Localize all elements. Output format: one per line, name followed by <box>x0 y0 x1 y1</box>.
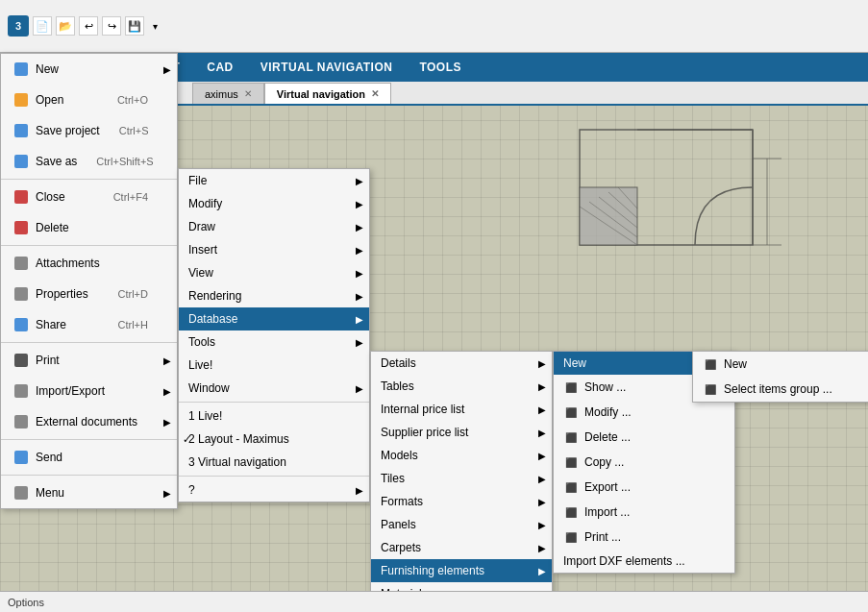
menu-item-3virtualnavigation[interactable]: 3 Virtual navigation <box>179 451 369 474</box>
menu-item-supplierpricelist[interactable]: Supplier price list ▶ <box>371 421 552 444</box>
menu-item-saveas[interactable]: Save as Ctrl+Shift+S <box>1 146 177 177</box>
tab-close-aximus[interactable]: ✕ <box>244 88 252 99</box>
attachments-icon <box>11 253 32 274</box>
tab-label-virtualnavigation: Virtual navigation <box>277 88 365 100</box>
menu-item-modify[interactable]: Modify ▶ <box>179 192 369 215</box>
separator-l2-2 <box>179 476 369 477</box>
menu-item-properties[interactable]: Properties Ctrl+D <box>1 279 177 309</box>
saveas-icon <box>11 151 32 172</box>
close-icon <box>11 186 32 208</box>
copy-icon: ⬛ <box>563 454 579 470</box>
options-button[interactable]: Options <box>8 597 44 608</box>
menu-item-close[interactable]: Close Ctrl+F4 <box>1 182 177 212</box>
new-doc-icon[interactable]: 📄 <box>33 16 52 36</box>
selectgroup-icon: ⬛ <box>703 381 718 397</box>
separator-2 <box>1 245 177 246</box>
menu-item-furnishing-importdxf[interactable]: Import DXF elements ... <box>554 550 734 573</box>
menu-item-furnishing-delete[interactable]: ⬛ Delete ... <box>554 425 734 450</box>
tab-virtual-navigation[interactable]: Virtual navigation ✕ <box>264 83 391 104</box>
menu-item-externaldocuments[interactable]: External documents ▶ <box>1 406 177 437</box>
share-icon <box>11 314 32 335</box>
menu-item-file2[interactable]: File ▶ <box>179 169 369 192</box>
tab-close-virtualnavigation[interactable]: ✕ <box>371 88 379 99</box>
quick-access-toolbar: 3 📄 📂 ↩ ↪ 💾 ▾ <box>4 12 165 40</box>
menu-item-window[interactable]: Window ▶ <box>179 377 369 400</box>
show-icon: ⬛ <box>563 379 579 395</box>
export-icon: ⬛ <box>563 479 579 495</box>
menu-item-tools2[interactable]: Tools ▶ <box>179 330 369 354</box>
menu-file-sub: File ▶ Modify ▶ Draw ▶ Insert ▶ View ▶ R… <box>178 168 370 502</box>
menu-item-open[interactable]: Open Ctrl+O <box>1 85 177 115</box>
delete-icon <box>11 217 32 238</box>
menu-item-furnishing-import[interactable]: ⬛ Import ... <box>554 500 734 525</box>
menu-item-send[interactable]: Send <box>1 442 177 473</box>
menu-item-furnishing-export[interactable]: ⬛ Export ... <box>554 475 734 500</box>
open-shortcut: Ctrl+O <box>98 94 148 106</box>
import-icon: ⬛ <box>563 504 579 520</box>
menu-item-attachments[interactable]: Attachments <box>1 248 177 279</box>
menu-item-insert[interactable]: Insert ▶ <box>179 238 369 261</box>
menu-item-new-new[interactable]: ⬛ New <box>693 352 868 377</box>
menu-item-menu[interactable]: Menu ▶ <box>1 477 177 508</box>
menubar-item-tools[interactable]: TOOLS <box>406 53 475 82</box>
menu-item-selectitemsgroup[interactable]: ⬛ Select items group ... <box>693 377 868 402</box>
saveas-shortcut: Ctrl+Shift+S <box>77 156 153 167</box>
menu-item-2layout[interactable]: 2 Layout - Maximus <box>179 428 369 451</box>
save-icon[interactable]: 💾 <box>125 16 144 36</box>
share-shortcut: Ctrl+H <box>99 319 148 330</box>
delete2-icon: ⬛ <box>563 429 579 445</box>
redo-icon[interactable]: ↪ <box>102 16 121 36</box>
menu-item-view[interactable]: View ▶ <box>179 261 369 284</box>
toolbar-area: 3 📄 📂 ↩ ↪ 💾 ▾ <box>0 0 868 53</box>
menu-item-tiles[interactable]: Tiles ▶ <box>371 467 552 490</box>
menu-item-rendering[interactable]: Rendering ▶ <box>179 284 369 307</box>
properties-icon <box>11 283 32 305</box>
separator-5 <box>1 475 177 476</box>
menu-item-share[interactable]: Share Ctrl+H <box>1 309 177 340</box>
menu-database-sub: Details ▶ Tables ▶ Internal price list ▶… <box>370 351 553 612</box>
menu-item-furnishing-print[interactable]: ⬛ Print ... <box>554 525 734 550</box>
separator-l2-1 <box>179 402 369 403</box>
open-icon <box>11 89 32 110</box>
menu-item-question[interactable]: ? ▶ <box>179 478 369 502</box>
menu-item-furnishingelements[interactable]: Furnishing elements ▶ <box>371 559 552 582</box>
menu-item-database[interactable]: Database ▶ <box>179 307 369 330</box>
undo-icon[interactable]: ↩ <box>79 16 98 36</box>
status-bar: Options <box>0 591 868 612</box>
menu-item-details[interactable]: Details ▶ <box>371 352 552 375</box>
menu-item-live[interactable]: Live! <box>179 354 369 377</box>
menu-arrow: ▶ <box>163 488 171 499</box>
menu-item-1live[interactable]: 1 Live! <box>179 404 369 428</box>
properties-shortcut: Ctrl+D <box>99 288 148 300</box>
menu-item-importexport[interactable]: Import/Export ▶ <box>1 376 177 406</box>
menu-item-models[interactable]: Models ▶ <box>371 444 552 467</box>
tab-first: aximus ✕ <box>192 83 264 104</box>
menu-item-furnishing-copy[interactable]: ⬛ Copy ... <box>554 450 734 475</box>
more-icon[interactable]: ▾ <box>148 16 161 36</box>
menu-item-delete[interactable]: Delete <box>1 212 177 243</box>
app-icon: 3 <box>8 15 29 37</box>
menu-item-tables[interactable]: Tables ▶ <box>371 375 552 398</box>
menu-item-formats[interactable]: Formats ▶ <box>371 490 552 513</box>
menuitem-icon <box>11 482 32 503</box>
menu-new-sub: ⬛ New ⬛ Select items group ... <box>692 351 868 403</box>
send-icon <box>11 447 32 468</box>
menu-item-draw[interactable]: Draw ▶ <box>179 215 369 238</box>
new2-icon: ⬛ <box>703 356 718 372</box>
open-doc-icon[interactable]: 📂 <box>56 16 75 36</box>
print-arrow: ▶ <box>163 355 171 366</box>
menubar-item-virtualnavigation[interactable]: VIRTUAL NAVIGATION <box>247 53 407 82</box>
new-icon <box>11 59 32 80</box>
menu-item-saveproject[interactable]: Save project Ctrl+S <box>1 115 177 146</box>
menu-item-print[interactable]: Print ▶ <box>1 345 177 376</box>
close-shortcut: Ctrl+F4 <box>94 191 148 203</box>
menu-item-furnishing-modify[interactable]: ⬛ Modify ... <box>554 400 734 425</box>
menu-item-carpets[interactable]: Carpets ▶ <box>371 536 552 559</box>
menu-item-new[interactable]: New ▶ <box>1 54 177 85</box>
separator-1 <box>1 179 177 180</box>
menu-item-internalpricelist[interactable]: Internal price list ▶ <box>371 398 552 421</box>
importexport-arrow: ▶ <box>163 386 171 397</box>
menubar-item-cad[interactable]: CAD <box>193 53 247 82</box>
menu-item-panels[interactable]: Panels ▶ <box>371 513 552 536</box>
menu-file: New ▶ Open Ctrl+O Save project Ctrl+S Sa… <box>0 53 178 509</box>
